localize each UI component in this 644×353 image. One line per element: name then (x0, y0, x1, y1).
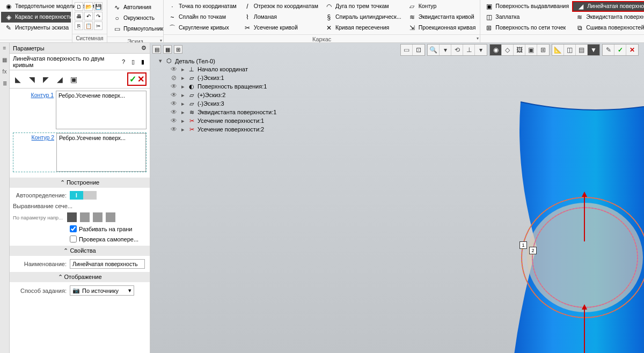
apply-button[interactable]: ✓ (129, 74, 136, 84)
polyline-button[interactable]: ⌇Ломаная (240, 12, 321, 23)
mode-sketch-tools[interactable]: ✎Инструменты эскиза (1, 23, 71, 33)
fillet-curves-button[interactable]: ⌒Скругление кривых (165, 23, 240, 33)
vp-pic-icon[interactable]: 🖼 (514, 45, 525, 55)
gear-icon[interactable]: ⚙ (141, 45, 147, 52)
ruled-surface-button[interactable]: ◢Линейчатая поверхность п... (572, 1, 644, 12)
point-by-coord-button[interactable]: ·Точка по координатам (165, 1, 240, 12)
autoline-button[interactable]: ∿Автолиния (109, 2, 166, 13)
name-input[interactable] (70, 259, 145, 269)
spline-button[interactable]: ~Сплайн по точкам (165, 12, 240, 23)
save-button[interactable]: 💾 (94, 2, 103, 11)
tree-view-2[interactable]: ▦ (163, 45, 172, 54)
contour-1-label[interactable]: Контур 1 (13, 91, 56, 129)
cancel-button[interactable]: ✕ (137, 74, 144, 84)
projection-curve-button[interactable]: ⇲Проекционная кривая (405, 23, 479, 33)
visibility-icon[interactable]: ⊘ (170, 74, 178, 82)
vp-measure-icon[interactable]: 📐 (552, 45, 564, 55)
contour-1-value[interactable]: Ребро.Усечение поверх... (56, 91, 147, 129)
vp-drop2-icon[interactable]: ▾ (475, 45, 487, 55)
rail-fx-icon[interactable]: fx (1, 69, 9, 76)
vp-filter-icon[interactable]: ▼ (588, 45, 599, 55)
dock-left-icon[interactable]: ▯ (129, 58, 137, 65)
undo-button[interactable]: ↶ (84, 12, 93, 20)
mode-wireframe-surfaces[interactable]: ◈Каркас и поверхности (1, 12, 71, 23)
visibility-icon[interactable]: 👁 (170, 100, 178, 107)
vp-wire-icon[interactable]: ◇ (502, 45, 514, 55)
pick-body-icon[interactable]: ▣ (69, 75, 78, 84)
vp-persp-icon[interactable]: ▣ (525, 45, 537, 55)
copy-button[interactable]: ⎘ (75, 21, 83, 30)
tree-item[interactable]: 👁▸✂Усечение поверхности:1 (152, 116, 298, 125)
viewport[interactable]: ▤ ▦ ⊞ ▾⬡ Деталь (Тел-0) 👁▸⊥Начало коорди… (150, 43, 644, 353)
tree-view-3[interactable]: ⊞ (174, 45, 182, 54)
point-net-surface-button[interactable]: ⊞Поверхность по сети точек (481, 23, 572, 33)
vp-rotate-icon[interactable]: ⟲ (451, 45, 463, 55)
tree-item[interactable]: 👁▸≋Эквидистанта поверхности:1 (152, 108, 298, 116)
visibility-icon[interactable]: 👁 (170, 117, 178, 124)
trim-curve-button[interactable]: ✂Усечение кривой (240, 23, 321, 33)
redo-button[interactable]: ↷ (94, 12, 103, 20)
dock-right-icon[interactable]: ▮ (139, 58, 147, 65)
align-mode-1[interactable] (67, 212, 77, 222)
visibility-icon[interactable]: 👁 (170, 65, 178, 73)
tree-item[interactable]: 👁▸✂Усечение поверхности:2 (152, 125, 298, 134)
rectangle-button[interactable]: ▭Прямоугольник (109, 24, 166, 34)
patch-button[interactable]: ◫Заплатка (481, 12, 572, 23)
segment-button[interactable]: /Отрезок по координатам (240, 1, 321, 12)
vp-layers-icon[interactable]: ▤ (576, 45, 588, 55)
contour-2-value[interactable]: Ребро.Усечение поверх... (56, 133, 146, 172)
tree-item[interactable]: 👁▸▱(-)Эскиз:3 (152, 99, 298, 108)
align-mode-4[interactable] (106, 212, 115, 222)
self-intersect-check[interactable]: Проверка самопере... (13, 236, 147, 242)
vp-grid-icon[interactable]: ⊞ (537, 45, 549, 55)
tree-item[interactable]: 👁▸◐Поверхность вращения:1 (152, 82, 298, 91)
section-build[interactable]: ⌃ Построение (10, 178, 150, 188)
rail-layers-icon[interactable]: ▦ (1, 57, 9, 64)
paste-button[interactable]: 📋 (84, 21, 93, 30)
new-file-button[interactable]: 🗋 (75, 2, 83, 11)
vp-edit-icon[interactable]: ✎ (603, 45, 614, 55)
cursor-tool-icon[interactable]: ◣ (13, 75, 23, 84)
vp-section-icon[interactable]: ◫ (564, 45, 576, 55)
mode-solid[interactable]: ◉Твердотельное моделирование (1, 1, 71, 12)
visibility-icon[interactable]: 👁 (170, 108, 178, 116)
open-file-button[interactable]: 📂 (84, 2, 93, 11)
rail-list-icon[interactable]: ≣ (1, 80, 9, 88)
vp-axis-icon[interactable]: ⊥ (463, 45, 475, 55)
circle-button[interactable]: ○Окружность (109, 13, 166, 24)
tree-item[interactable]: 👁▸▱(+)Эскиз:2 (152, 91, 298, 99)
display-mode-select[interactable]: 📷 По источнику ▾ (70, 285, 134, 296)
extrude-surface-button[interactable]: ▣Поверхность выдавливания (481, 1, 572, 12)
vp-cancel-icon[interactable]: ✕ (626, 45, 638, 55)
autodetect-toggle[interactable]: I (70, 191, 97, 200)
pick-edge-icon[interactable]: ◤ (41, 75, 50, 84)
helix-button[interactable]: §Спираль цилиндрическ... (321, 12, 405, 23)
sew-surfaces-button[interactable]: ⧉Сшивка поверхностей (572, 23, 644, 33)
tree-item[interactable]: 👁▸⊥Начало координат (152, 65, 298, 73)
split-faces-check[interactable]: Разбивать на грани (13, 225, 147, 232)
cut-button[interactable]: ✂ (94, 21, 103, 30)
vp-zoom-icon[interactable]: 🔍 (428, 45, 440, 55)
offset-surface-button[interactable]: ≋Эквидистанта поверхности (572, 12, 644, 23)
vp-drop-icon[interactable]: ▾ (440, 45, 451, 55)
intersection-curve-button[interactable]: ✕Кривая пересечения (321, 23, 405, 33)
visibility-icon[interactable]: 👁 (170, 91, 178, 99)
tree-item[interactable]: ⊘▸▱(-)Эскиз:1 (152, 73, 298, 82)
tree-root[interactable]: ▾⬡ Деталь (Тел-0) (152, 57, 298, 65)
vp-frame-icon[interactable]: ⊡ (413, 45, 425, 55)
contour-button[interactable]: ▱Контур (405, 1, 479, 12)
vp-apply-icon[interactable]: ✓ (614, 45, 626, 55)
visibility-icon[interactable]: 👁 (170, 83, 178, 90)
help-icon[interactable]: ? (120, 58, 127, 65)
vp-shade-icon[interactable]: ◉ (490, 45, 502, 55)
pick-face-icon[interactable]: ◥ (27, 75, 36, 84)
arc3pt-button[interactable]: ◠Дуга по трем точкам (321, 1, 405, 12)
visibility-icon[interactable]: 👁 (170, 126, 178, 133)
pick-vertex-icon[interactable]: ◢ (55, 75, 64, 84)
align-mode-2[interactable] (80, 212, 90, 222)
vp-rect-icon[interactable]: ▭ (401, 45, 413, 55)
contour-2-label[interactable]: Контур 2 (13, 133, 56, 172)
section-display[interactable]: ⌃ Отображение (10, 272, 150, 282)
rail-tree-icon[interactable]: ≡ (1, 45, 9, 53)
offset-curve-button[interactable]: ≋Эквидистанта кривой (405, 12, 479, 23)
